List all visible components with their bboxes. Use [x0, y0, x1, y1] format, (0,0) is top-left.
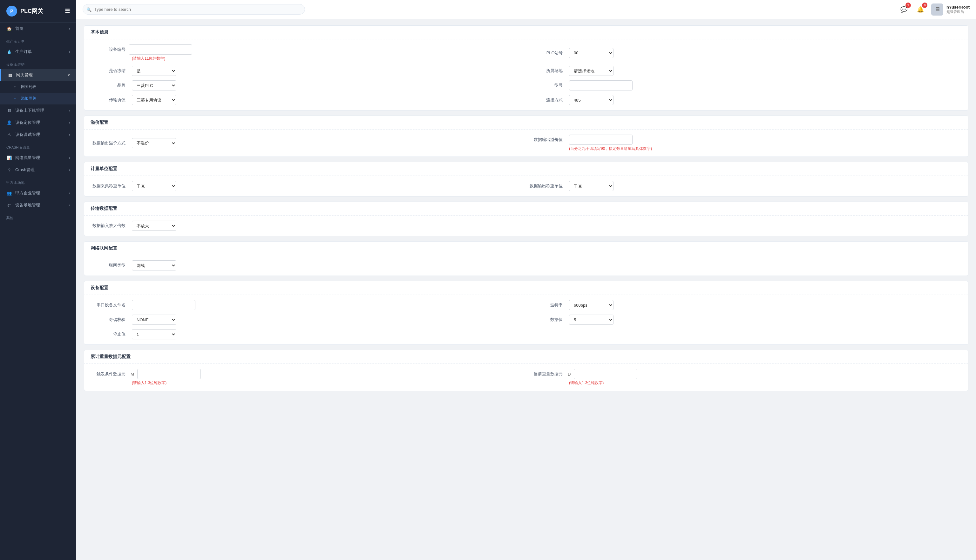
sidebar-item-network-flow[interactable]: 📊 网络流量管理 ‹: [0, 152, 76, 164]
network-flow-label: 网络流量管理: [15, 155, 40, 161]
app-logo: P PLC网关 ☰: [0, 0, 76, 23]
search-icon: 🔍: [87, 7, 92, 12]
section-client: 甲方 & 场地: [0, 176, 76, 187]
network-title: 网络联网配置: [84, 242, 968, 255]
weight-data-input[interactable]: [574, 369, 637, 379]
circle-icon: ○: [12, 85, 18, 88]
sidebar-item-add-gateway[interactable]: ○ 添加网关: [0, 93, 76, 105]
parity-label: 奇偶校验: [90, 317, 129, 323]
device-locate-label: 设备定位管理: [15, 120, 40, 125]
home-icon: 🏠: [7, 27, 12, 31]
device-code-label: 设备编号: [90, 47, 129, 52]
gateway-mgmt-label: 网关管理: [16, 72, 33, 78]
device-code-input[interactable]: [129, 45, 192, 55]
sidebar-item-gateway-list[interactable]: ○ 网关列表: [0, 81, 76, 93]
freeze-site-row: 是否冻结 是 否 所属场地 请选择场地: [90, 66, 962, 76]
sidebar-item-prod-order[interactable]: 💧 生产订单 ‹: [0, 46, 76, 58]
hamburger-icon[interactable]: ☰: [65, 8, 70, 15]
connection-label: 连接方式: [528, 97, 566, 103]
overflow-hint: (百分之九十请填写90，指定数量请填写具体数字): [569, 147, 652, 151]
amplify-select[interactable]: 不放大 10倍 100倍: [132, 221, 176, 231]
user-avatar: 🖥: [931, 3, 943, 15]
header: 🔍 💬 1 🔔 8 🖥 nYuserRoot 超级管理员: [76, 0, 976, 19]
parity-select[interactable]: NONE ODD EVEN: [132, 315, 176, 325]
sidebar-item-site-mgmt[interactable]: 🏷 设备场地管理 ‹: [0, 199, 76, 211]
sidebar-item-crash-mgmt[interactable]: ? Crash管理 ‹: [0, 164, 76, 176]
unit-title: 计量单位配置: [84, 162, 968, 176]
device-code-row: 设备编号 (请输入11位纯数字) PLC站号 00 01 02: [90, 45, 962, 61]
network-flow-chevron: ‹: [69, 156, 70, 160]
transfer-card: 传输数据配置 数据输入放大倍数 不放大 10倍 100倍: [84, 202, 968, 236]
question-icon: ?: [7, 168, 12, 172]
sidebar-item-device-online[interactable]: 🖥 设备上下线管理 ‹: [0, 105, 76, 117]
cumulative-title: 累计重量数据元配置: [84, 350, 968, 364]
input-unit-label: 数据采集称重单位: [90, 183, 129, 189]
user-profile[interactable]: 🖥 nYuserRoot 超级管理员: [931, 3, 969, 15]
sidebar-home-label: 首页: [15, 26, 23, 32]
serial-input[interactable]: [132, 300, 196, 310]
protocol-conn-row: 传输协议 三菱专用协议 Modbus 连接方式 485 232 网线: [90, 95, 962, 105]
input-unit-select[interactable]: 千克 克 吨: [132, 181, 176, 191]
serial-baud-row: 串口设备文件名 波特率 600bps 1200bps 2400bps 4800b…: [90, 300, 962, 310]
sidebar-item-client-mgmt[interactable]: 👥 甲方企业管理 ‹: [0, 187, 76, 199]
output-method-label: 数据输出溢价方式: [90, 140, 129, 146]
sidebar-item-device-debug[interactable]: ⚠ 设备调试管理 ‹: [0, 128, 76, 141]
site-mgmt-chevron: ‹: [69, 203, 70, 207]
device-config-title: 设备配置: [84, 281, 968, 295]
cumulative-body: 触发条件数据元 M (请输入1-3位纯数字) 当前重量数据元 D: [84, 364, 968, 391]
unit-card: 计量单位配置 数据采集称重单位 千克 克 吨 数据输出称重单位: [84, 162, 968, 197]
freeze-select[interactable]: 是 否: [132, 66, 176, 76]
protocol-select[interactable]: 三菱专用协议 Modbus: [132, 95, 176, 105]
sidebar-item-gateway-mgmt[interactable]: ▦ 网关管理 ∨: [0, 69, 76, 81]
conn-type-select[interactable]: 网线 4G WiFi: [132, 260, 176, 270]
basic-info-body: 设备编号 (请输入11位纯数字) PLC站号 00 01 02: [84, 39, 968, 110]
home-chevron: ‹: [69, 27, 70, 30]
device-code-hint: (请输入11位纯数字): [132, 56, 165, 61]
model-label: 型号: [528, 83, 566, 88]
search-input[interactable]: [83, 4, 305, 15]
model-input[interactable]: [569, 80, 633, 90]
weight-data-label: 当前重量数据元: [528, 371, 566, 377]
output-method-select[interactable]: 不溢价 百分比 指定数量: [132, 138, 176, 148]
data-bits-select[interactable]: 5 6 7 8: [569, 315, 613, 325]
output-value-input[interactable]: [569, 135, 633, 145]
basic-info-card: 基本信息 设备编号 (请输入11位纯数字) PLC站号: [84, 25, 968, 110]
notification-button[interactable]: 🔔 8: [915, 4, 926, 15]
device-config-card: 设备配置 串口设备文件名 波特率 600bps 1200bps 2400bps: [84, 281, 968, 345]
overflow-title: 溢价配置: [84, 116, 968, 130]
app-title: PLC网关: [20, 7, 43, 15]
sidebar-item-device-locate[interactable]: 👤 设备定位管理 ‹: [0, 117, 76, 128]
overflow-card: 溢价配置 数据输出溢价方式 不溢价 百分比 指定数量 数据输出溢价值: [84, 115, 968, 157]
connection-select[interactable]: 485 232 网线: [569, 95, 613, 105]
stop-bits-label: 停止位: [90, 332, 129, 337]
drop-icon: 💧: [7, 50, 12, 54]
overflow-body: 数据输出溢价方式 不溢价 百分比 指定数量 数据输出溢价值: [84, 130, 968, 157]
baud-select[interactable]: 600bps 1200bps 2400bps 4800bps 9600bps: [569, 300, 613, 310]
freeze-label: 是否冻结: [90, 68, 129, 73]
trigger-hint: (请输入1-3位纯数字): [132, 381, 167, 385]
section-production: 生产 & 订单: [0, 35, 76, 46]
amplify-label: 数据输入放大倍数: [90, 223, 129, 228]
baud-label: 波特率: [528, 302, 566, 308]
message-button[interactable]: 💬 1: [898, 4, 909, 15]
user-icon: 👤: [7, 120, 12, 125]
stop-bits-select[interactable]: 1 1.5 2: [132, 329, 176, 339]
device-locate-chevron: ‹: [69, 121, 70, 125]
user-role: 超级管理员: [946, 10, 969, 14]
brand-select[interactable]: 三菱PLC 西门子PLC 其他: [132, 80, 176, 90]
gateway-list-label: 网关列表: [21, 84, 36, 90]
message-badge: 1: [906, 3, 911, 8]
plc-station-select[interactable]: 00 01 02: [569, 48, 613, 58]
trigger-input[interactable]: [137, 369, 201, 379]
device-online-chevron: ‹: [69, 109, 70, 112]
transfer-body: 数据输入放大倍数 不放大 10倍 100倍: [84, 215, 968, 236]
cumulative-row: 触发条件数据元 M (请输入1-3位纯数字) 当前重量数据元 D: [90, 369, 962, 386]
output-unit-label: 数据输出称重单位: [528, 183, 566, 189]
brand-label: 品牌: [90, 83, 129, 88]
prod-order-chevron: ‹: [69, 50, 70, 53]
unit-body: 数据采集称重单位 千克 克 吨 数据输出称重单位 千克 克 吨: [84, 176, 968, 196]
output-unit-select[interactable]: 千克 克 吨: [569, 181, 613, 191]
sidebar-item-home[interactable]: 🏠 首页 ‹: [0, 23, 76, 35]
network-row: 联网类型 网线 4G WiFi: [90, 260, 962, 270]
site-select[interactable]: 请选择场地: [569, 66, 613, 76]
